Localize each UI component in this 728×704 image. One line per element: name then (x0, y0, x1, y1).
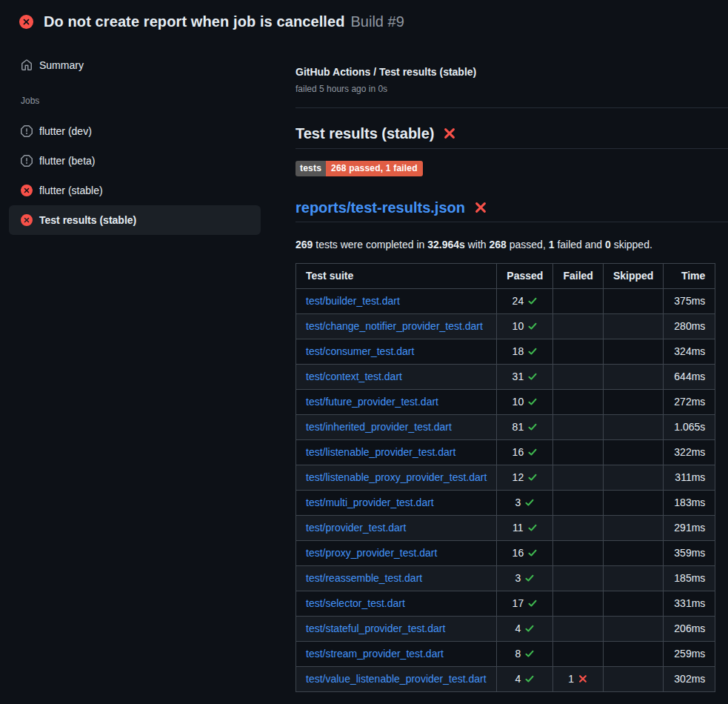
failed-cell (553, 440, 603, 465)
test-suite-link[interactable]: test/inherited_provider_test.dart (306, 421, 452, 433)
test-suite-link[interactable]: test/consumer_test.dart (306, 345, 414, 357)
sidebar-item-summary[interactable]: Summary (9, 50, 261, 80)
main-content: GitHub Actions / Test results (stable) f… (295, 38, 728, 692)
passed-cell: 31 (497, 365, 553, 390)
skipped-cell (603, 365, 663, 390)
job-label: flutter (beta) (39, 155, 95, 167)
test-suite-link[interactable]: test/stream_provider_test.dart (306, 648, 444, 660)
check-icon (524, 471, 538, 483)
job-label: Test results (stable) (39, 214, 136, 226)
failed-cell (553, 516, 603, 541)
cancelled-stop-icon (21, 155, 33, 167)
check-icon (521, 648, 535, 660)
time-cell: 375ms (664, 289, 715, 314)
table-row: test/change_notifier_provider_test.dart1… (296, 314, 715, 339)
skipped-cell (603, 390, 663, 415)
test-results-table: Test suite Passed Failed Skipped Time te… (295, 263, 715, 692)
test-suite-link[interactable]: test/proxy_provider_test.dart (306, 547, 437, 559)
time-cell: 185ms (664, 566, 715, 591)
jobs-list: flutter (dev)flutter (beta)flutter (stab… (0, 116, 295, 235)
failed-cell (553, 465, 603, 491)
sidebar-item-label: Summary (39, 59, 84, 71)
time-cell: 259ms (664, 642, 715, 667)
column-header-time: Time (664, 264, 715, 289)
failed-cell (553, 390, 603, 415)
check-icon (524, 446, 538, 458)
failed-cell (553, 415, 603, 440)
table-row: test/context_test.dart31644ms (296, 365, 715, 390)
run-meta-text: failed 5 hours ago in 0s (295, 82, 728, 96)
skipped-cell (603, 491, 663, 516)
report-file-link[interactable]: reports/test-results.json (295, 197, 465, 218)
passed-cell: 3 (497, 491, 553, 516)
column-header-passed: Passed (497, 264, 553, 289)
skipped-cell (603, 642, 663, 667)
passed-cell: 17 (497, 591, 553, 617)
passed-cell: 8 (497, 642, 553, 667)
test-suite-cell: test/multi_provider_test.dart (296, 491, 497, 516)
time-cell: 322ms (664, 440, 715, 465)
failed-x-icon (474, 201, 487, 214)
check-icon (521, 622, 535, 634)
passed-cell: 3 (497, 566, 553, 591)
build-number: Build #9 (351, 13, 404, 30)
sidebar-job-item[interactable]: flutter (beta) (9, 146, 261, 176)
passed-cell: 4 (497, 617, 553, 642)
passed-cell: 11 (497, 516, 553, 541)
test-suite-link[interactable]: test/listenable_provider_test.dart (306, 446, 455, 458)
passed-cell: 18 (497, 339, 553, 365)
test-suite-cell: test/proxy_provider_test.dart (296, 541, 497, 566)
skipped-cell (603, 566, 663, 591)
skipped-cell (603, 440, 663, 465)
test-suite-link[interactable]: test/listenable_proxy_provider_test.dart (306, 471, 487, 483)
test-suite-cell: test/stream_provider_test.dart (296, 642, 497, 667)
check-icon (524, 295, 538, 307)
test-suite-link[interactable]: test/builder_test.dart (306, 295, 400, 307)
test-suite-link[interactable]: test/provider_test.dart (306, 522, 406, 534)
time-cell: 644ms (664, 365, 715, 390)
test-suite-link[interactable]: test/context_test.dart (306, 371, 402, 382)
failed-x-icon (443, 127, 456, 140)
test-suite-cell: test/change_notifier_provider_test.dart (296, 314, 497, 339)
skipped-cell (603, 541, 663, 566)
column-header-test-suite: Test suite (296, 264, 497, 289)
test-suite-cell: test/listenable_proxy_provider_test.dart (296, 465, 497, 491)
skipped-cell (603, 516, 663, 541)
sidebar-job-item[interactable]: flutter (stable) (9, 176, 261, 205)
check-icon (524, 396, 538, 408)
check-icon (524, 547, 538, 559)
table-row: test/reassemble_test.dart3185ms (296, 566, 715, 591)
time-cell: 311ms (664, 465, 715, 491)
test-suite-link[interactable]: test/future_provider_test.dart (306, 396, 438, 408)
failed-cell (553, 617, 603, 642)
failed-cell (553, 289, 603, 314)
check-icon (524, 371, 538, 382)
test-suite-link[interactable]: test/reassemble_test.dart (306, 572, 422, 584)
tests-badge-message: 268 passed, 1 failed (326, 161, 423, 176)
time-cell: 206ms (664, 617, 715, 642)
test-suite-link[interactable]: test/multi_provider_test.dart (306, 497, 434, 508)
check-icon (524, 522, 538, 534)
test-suite-cell: test/provider_test.dart (296, 516, 497, 541)
table-row: test/future_provider_test.dart10272ms (296, 390, 715, 415)
passed-cell: 16 (497, 541, 553, 566)
job-label: flutter (dev) (39, 125, 92, 137)
test-suite-cell: test/value_listenable_provider_test.dart (296, 667, 497, 692)
table-row: test/selector_test.dart17331ms (296, 591, 715, 617)
test-suite-cell: test/reassemble_test.dart (296, 566, 497, 591)
sidebar-job-item[interactable]: Test results (stable) (9, 205, 261, 235)
test-suite-link[interactable]: test/value_listenable_provider_test.dart (306, 673, 487, 685)
sidebar-job-item[interactable]: flutter (dev) (9, 116, 261, 146)
test-suite-cell: test/context_test.dart (296, 365, 497, 390)
check-icon (524, 597, 538, 609)
build-header: Do not create report when job is cancell… (0, 0, 728, 38)
failed-cell (553, 566, 603, 591)
test-suite-link[interactable]: test/change_notifier_provider_test.dart (306, 320, 483, 332)
test-suite-link[interactable]: test/stateful_provider_test.dart (306, 622, 445, 634)
table-row: test/proxy_provider_test.dart16359ms (296, 541, 715, 566)
skipped-cell (603, 289, 663, 314)
time-cell: 280ms (664, 314, 715, 339)
table-row: test/provider_test.dart11291ms (296, 516, 715, 541)
test-suite-link[interactable]: test/selector_test.dart (306, 597, 405, 609)
test-suite-cell: test/builder_test.dart (296, 289, 497, 314)
